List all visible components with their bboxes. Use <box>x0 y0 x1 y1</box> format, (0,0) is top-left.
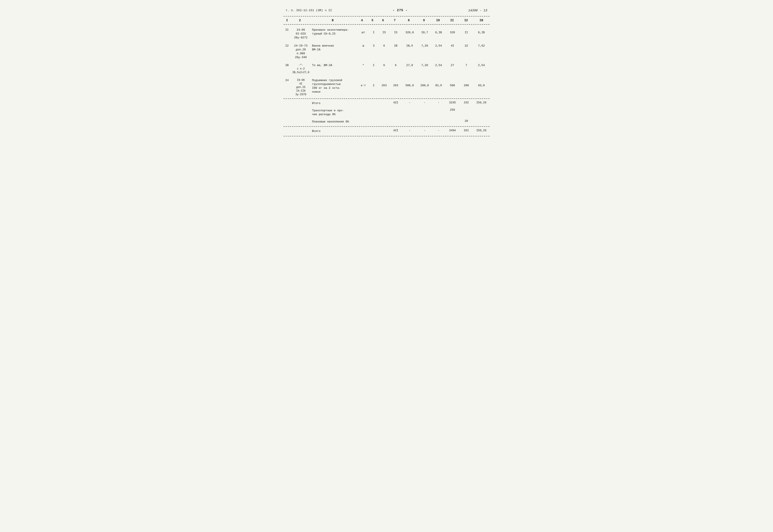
transport-label: Транспортные и про- чие расходы 8% <box>311 107 358 118</box>
row-ii-col1: II <box>284 26 290 41</box>
table-row: II 24-06 0I-OIO 28y-8272 Прилавок низкот… <box>284 26 489 41</box>
row-ib-col10: 2,54 <box>432 62 445 75</box>
row-ii-col12: II <box>459 26 473 41</box>
vsego-col5 <box>369 128 378 135</box>
transport-col10 <box>432 107 445 118</box>
row-i2-col8: IB,5 <box>402 42 418 61</box>
row-i2-col9: 7,28 <box>418 42 432 61</box>
itogo-col9: - <box>418 100 432 107</box>
row-i2-col5: 3 <box>369 42 378 61</box>
row-ii-col6: I5 <box>378 26 390 41</box>
row-ii-col13: 6,IB <box>473 26 489 41</box>
col-header-2: 2 <box>291 17 309 23</box>
row-i2-col11: 4I <box>445 42 459 61</box>
col-header-6: 6 <box>377 17 389 23</box>
col-header-5: 5 <box>368 17 377 23</box>
row-i4-col11: 500 <box>445 77 459 98</box>
plan-col5 <box>369 118 378 125</box>
plan-col6 <box>378 118 390 125</box>
row-ii-col2: 24-06 0I-OIO 28y-8272 <box>290 26 311 41</box>
vsego-col9: - <box>418 128 432 135</box>
transport-col4 <box>358 107 369 118</box>
row-ib-col8: 27,0 <box>402 62 418 75</box>
plan-col13 <box>473 118 489 125</box>
row-ib-col13: 2,54 <box>473 62 489 75</box>
plan-col7 <box>390 118 402 125</box>
vsego-col12: 35I <box>459 128 473 135</box>
plan-col10 <box>432 118 445 125</box>
row-i4-col1: I4 <box>284 77 290 98</box>
data-table: II 24-06 0I-OIO 28y-8272 Прилавок низкот… <box>284 26 489 137</box>
header-center-text: - 275 - <box>393 9 408 12</box>
header-right-text: 14396 - 13 <box>468 9 487 12</box>
transport-col13 <box>473 107 489 118</box>
itogo-col7: 42I <box>390 100 402 107</box>
vsego-col11: 3494 <box>445 128 459 135</box>
row-i4-col5: I <box>369 77 378 98</box>
table-row: IB -"- с к-2 IB,5x2=27,0 То же, ВМ-2А " … <box>284 62 489 75</box>
col-header-9: 9 <box>417 17 431 23</box>
row-ib-col6: 6 <box>378 62 390 75</box>
mid-dashed-line-2 <box>284 126 489 127</box>
main-table: I 2 В 4 5 6 7 8 9 IO II I2 IB <box>284 17 489 23</box>
bottom-dashed-line <box>284 136 489 136</box>
row-ib-col1: IB <box>284 62 290 75</box>
vsego-col1 <box>284 128 290 135</box>
col-header-7: 7 <box>389 17 401 23</box>
plan-col2 <box>290 118 311 125</box>
row-i2-col13: 7,62 <box>473 42 489 61</box>
col-header-12: I2 <box>459 17 473 23</box>
vsego-col13: I56,I6 <box>473 128 489 135</box>
vsego-col10: - <box>432 128 445 135</box>
row-ii-col8: 320,0 <box>402 26 418 41</box>
itogo-col12: 33I <box>459 100 473 107</box>
col-header-8: 8 <box>400 17 417 23</box>
dashed-separator-row-3 <box>284 135 489 137</box>
row-i4-col8: 500,0 <box>402 77 418 98</box>
column-header-row: I 2 В 4 5 6 7 8 9 IO II I2 IB <box>284 17 489 23</box>
itogo-col4 <box>358 100 369 107</box>
row-i4-col9: 208,0 <box>418 77 432 98</box>
row-ib-col9: 7,28 <box>418 62 432 75</box>
vsego-label: Всего <box>311 128 358 135</box>
row-i4-col13: 93,0 <box>473 77 489 98</box>
col-header-13: IB <box>473 17 489 23</box>
transport-col6 <box>378 107 390 118</box>
row-ii-col3: Прилавок низкотемпера- турный СН-0,I5 <box>311 26 358 41</box>
row-ii-col11: 320 <box>445 26 459 41</box>
row-i2-col1: I2 <box>284 42 290 61</box>
transport-col2 <box>290 107 311 118</box>
transport-col9 <box>418 107 432 118</box>
itogo-col8: - <box>402 100 418 107</box>
row-i4-col4: к-т <box>358 77 369 98</box>
itogo-col6 <box>378 100 390 107</box>
row-i4-col7: 263 <box>390 77 402 98</box>
row-ii-col9: I0,7 <box>418 26 432 41</box>
header-bottom-dashed-line <box>284 24 489 25</box>
plan-row: Плановые накопления 6% 20 <box>284 118 489 125</box>
itogo-col10: - <box>432 100 445 107</box>
vsego-col7: 42I <box>390 128 402 135</box>
row-i4-col6: 263 <box>378 77 390 98</box>
mid-dashed-line-1 <box>284 98 489 99</box>
transport-col7 <box>390 107 402 118</box>
header-left-text: т. п. 262-12-151 (ЗМ) ч II <box>286 9 332 12</box>
top-dashed-line <box>284 16 489 17</box>
vsego-col8: - <box>402 128 418 135</box>
row-ib-col7: 6 <box>390 62 402 75</box>
transport-col11: 259 <box>445 107 459 118</box>
transport-row: Транспортные и про- чие расходы 8% 259 <box>284 107 489 118</box>
row-i2-col12: 22 <box>459 42 473 61</box>
page-header: т. п. 262-12-151 (ЗМ) ч II - 275 - 14396… <box>284 9 489 12</box>
vsego-row: Всего 42I - - - 3494 35I I56,I6 <box>284 128 489 135</box>
row-ib-col3: То же, ВМ-2А <box>311 62 358 75</box>
col-header-1: I <box>284 17 291 23</box>
row-ib-col11: 27 <box>445 62 459 75</box>
table-row: I4 I9-06 4I доп.25 I4-II8 3y-I970 Подъем… <box>284 77 489 98</box>
row-ii-col7: I5 <box>390 26 402 41</box>
itogo-label: Итого <box>311 100 358 107</box>
plan-col11 <box>445 118 459 125</box>
transport-col12 <box>459 107 473 118</box>
row-ib-col5: I <box>369 62 378 75</box>
transport-col5 <box>369 107 378 118</box>
